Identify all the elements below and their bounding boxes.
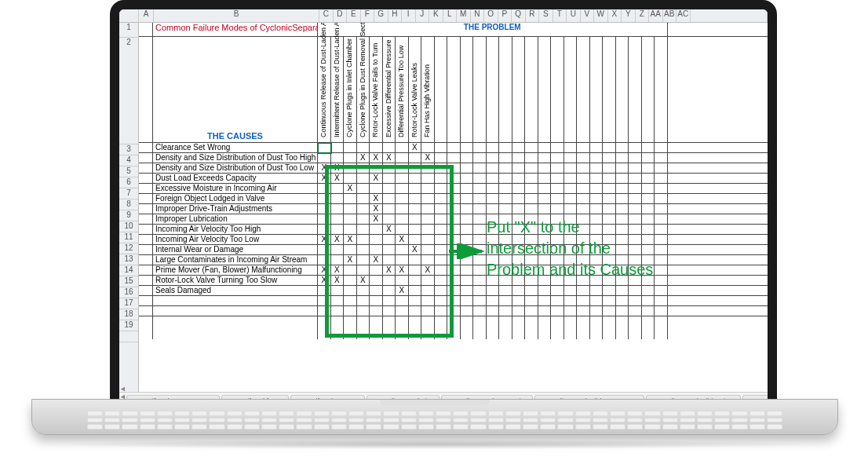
cause-label-cell[interactable]: Incoming Air Velocity Too High [153,225,318,235]
cell[interactable] [435,286,448,296]
problem-label-cell[interactable]: Fan Has High Vibration [421,37,435,143]
mark-cell[interactable] [383,235,396,245]
cell[interactable] [383,316,396,339]
cell[interactable] [642,184,655,194]
cell[interactable] [551,184,564,194]
cell[interactable] [461,143,474,153]
mark-cell[interactable] [396,194,409,204]
col-header[interactable]: M [457,9,471,22]
mark-cell[interactable]: X [383,265,396,276]
col-header[interactable]: AA [649,9,663,22]
cell[interactable] [590,204,604,214]
cell[interactable] [447,255,461,265]
mark-cell[interactable] [357,174,370,184]
cell[interactable] [603,184,616,194]
cell[interactable] [603,296,616,306]
cell[interactable] [590,306,604,316]
mark-cell[interactable] [383,184,396,194]
cell[interactable] [139,194,153,204]
mark-cell[interactable]: X [396,286,409,296]
cell[interactable] [616,163,629,174]
mark-cell[interactable] [318,214,331,225]
cell[interactable] [435,194,448,204]
cell[interactable] [461,214,474,225]
cell[interactable] [473,153,487,163]
cell[interactable] [538,316,552,339]
cell[interactable] [473,235,487,245]
cell[interactable] [331,316,345,339]
cell[interactable] [590,153,604,163]
cell[interactable] [551,204,564,214]
cell[interactable] [139,37,153,143]
cell[interactable] [538,306,552,316]
mark-cell[interactable] [370,245,383,255]
mark-cell[interactable] [409,204,422,214]
cell[interactable] [435,153,448,163]
col-header[interactable]: Z [636,9,650,22]
cell[interactable] [344,296,357,306]
cause-label-cell[interactable]: Excessive Moisture in Incoming Air [153,184,318,194]
cell[interactable] [564,174,578,184]
cell[interactable] [499,163,512,174]
cell[interactable] [139,174,153,184]
cell[interactable] [642,316,655,339]
cell[interactable] [447,153,461,163]
cell[interactable] [499,194,512,204]
cell[interactable] [447,286,461,296]
cell[interactable] [139,204,153,214]
cell[interactable] [499,184,512,194]
mark-cell[interactable] [370,235,383,245]
cell[interactable] [655,184,668,194]
cell[interactable] [153,296,318,306]
cell[interactable] [461,204,474,214]
cell[interactable] [629,163,642,174]
row-number[interactable] [119,331,138,342]
mark-cell[interactable] [370,184,383,194]
cause-label-cell[interactable]: Clearance Set Wrong [153,143,318,153]
cell[interactable] [473,296,487,306]
mark-cell[interactable] [421,255,435,265]
problem-label-cell[interactable]: Intermittent Release of Dust-Laden Air [331,37,345,143]
cell[interactable] [616,37,629,143]
cell[interactable] [551,153,564,163]
mark-cell[interactable] [357,286,370,296]
cell[interactable] [447,214,461,225]
mark-cell[interactable]: X [344,184,357,194]
mark-cell[interactable]: X [331,265,345,276]
mark-cell[interactable] [383,194,396,204]
cell[interactable] [473,245,487,255]
mark-cell[interactable] [421,225,435,235]
mark-cell[interactable] [421,194,435,204]
cell[interactable] [603,194,616,204]
mark-cell[interactable] [357,265,370,276]
cell[interactable] [421,316,435,339]
cell[interactable] [473,174,487,184]
problem-label-cell[interactable]: Rotor-Lock Valve Fails to Turn [370,37,383,143]
mark-cell[interactable] [344,174,357,184]
cell[interactable] [603,306,616,316]
mark-cell[interactable]: X [370,214,383,225]
cell[interactable] [603,174,616,184]
causes-header-cell[interactable]: THE CAUSES [153,37,318,143]
mark-cell[interactable]: X [383,225,396,235]
cell[interactable] [616,306,629,316]
cell[interactable] [512,296,526,306]
cell[interactable] [603,143,616,153]
problem-header[interactable]: THE PROBLEM [318,23,668,37]
cell[interactable] [487,204,500,214]
problem-label-cell[interactable]: Continuous Release of Dust-Laden Air [318,37,331,143]
cell[interactable] [370,306,383,316]
cell[interactable] [447,276,461,286]
select-all-corner[interactable] [119,9,139,22]
cause-label-cell[interactable]: Seals Damaged [153,286,318,296]
mark-cell[interactable] [357,255,370,265]
cell[interactable] [461,286,474,296]
row-number[interactable]: 2 [119,38,138,144]
cell[interactable] [487,143,500,153]
mark-cell[interactable] [409,194,422,204]
cell[interactable] [461,163,474,174]
cell[interactable] [473,306,487,316]
cell[interactable] [487,37,500,143]
cell[interactable] [473,214,487,225]
cell[interactable] [139,245,153,255]
